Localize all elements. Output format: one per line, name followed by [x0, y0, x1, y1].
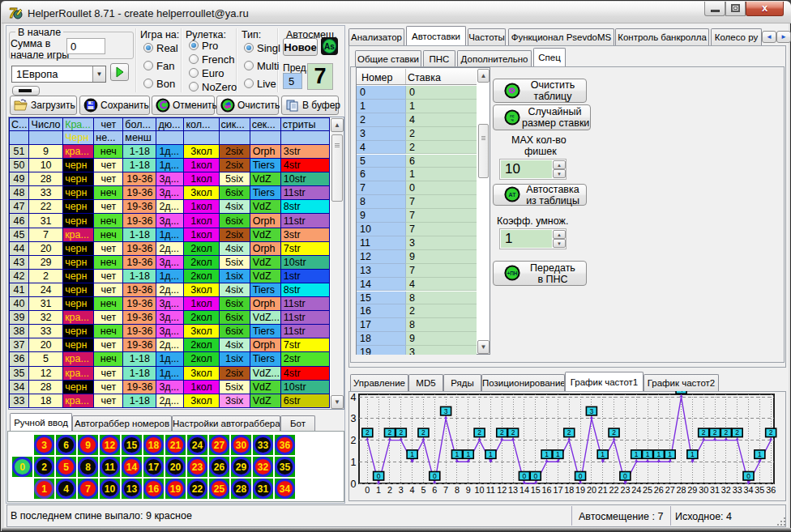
svg-text:9: 9 [466, 485, 471, 495]
svg-text:11: 11 [486, 485, 495, 495]
svg-text:18: 18 [564, 485, 574, 495]
svg-text:3: 3 [351, 413, 357, 424]
svg-text:3: 3 [399, 485, 404, 495]
svg-text:2: 2 [769, 428, 773, 436]
svg-text:0: 0 [433, 472, 437, 480]
svg-text:16: 16 [542, 485, 552, 495]
svg-text:0: 0 [533, 472, 537, 480]
svg-text:2: 2 [351, 435, 357, 446]
svg-text:20: 20 [587, 485, 596, 495]
svg-text:0: 0 [746, 472, 750, 480]
svg-text:30: 30 [699, 485, 708, 495]
svg-text:1: 1 [376, 485, 381, 495]
svg-text:1: 1 [556, 450, 560, 458]
svg-text:ч: ч [511, 117, 513, 122]
svg-text:24: 24 [631, 485, 641, 495]
svg-text:1: 1 [668, 450, 672, 458]
svg-text:1: 1 [657, 450, 661, 458]
svg-text:1: 1 [455, 450, 460, 458]
svg-text:23: 23 [620, 485, 630, 495]
svg-text:2: 2 [399, 428, 403, 436]
svg-text:32: 32 [721, 485, 731, 495]
svg-text:4: 4 [351, 392, 357, 403]
svg-text:0: 0 [623, 472, 627, 480]
svg-text:28: 28 [677, 485, 686, 495]
svg-text:1: 1 [758, 450, 762, 458]
svg-text:0: 0 [365, 485, 370, 495]
svg-text:4: 4 [410, 485, 415, 495]
svg-text:7: 7 [443, 485, 448, 495]
svg-text:0: 0 [523, 472, 527, 480]
svg-text:2: 2 [713, 428, 717, 436]
svg-text:34: 34 [744, 485, 754, 495]
svg-text:0: 0 [377, 472, 381, 480]
svg-text:3: 3 [590, 407, 594, 415]
svg-text:1: 1 [646, 450, 650, 458]
svg-text:2: 2 [366, 428, 370, 436]
svg-text:2: 2 [500, 428, 504, 436]
svg-text:29: 29 [687, 485, 697, 495]
svg-text:2: 2 [724, 428, 728, 436]
svg-text:2: 2 [735, 428, 739, 436]
svg-text:12: 12 [497, 485, 507, 495]
svg-text:5: 5 [421, 485, 425, 495]
svg-text:0: 0 [579, 472, 583, 480]
svg-text:19: 19 [575, 485, 585, 495]
svg-text:1: 1 [601, 450, 605, 458]
svg-text:8: 8 [455, 485, 460, 495]
svg-text:10: 10 [475, 485, 485, 495]
svg-text:1: 1 [489, 450, 493, 458]
svg-text:3: 3 [444, 407, 448, 415]
svg-text:2: 2 [567, 428, 571, 436]
svg-text:2: 2 [421, 428, 425, 436]
svg-text:26: 26 [654, 485, 664, 495]
svg-text:13: 13 [508, 485, 518, 495]
svg-text:0: 0 [351, 479, 357, 490]
svg-text:1: 1 [691, 450, 695, 458]
svg-text:1: 1 [545, 450, 549, 458]
svg-text:14: 14 [519, 485, 529, 495]
svg-text:2: 2 [511, 428, 515, 436]
svg-text:6: 6 [432, 485, 437, 495]
svg-text:1: 1 [351, 457, 357, 468]
svg-text:1: 1 [410, 450, 414, 458]
svg-text:1: 1 [635, 450, 639, 458]
svg-text:22: 22 [609, 485, 619, 495]
svg-text:27: 27 [665, 485, 675, 495]
svg-text:2: 2 [387, 485, 392, 495]
svg-text:33: 33 [733, 485, 742, 495]
svg-text:35: 35 [755, 485, 764, 495]
svg-text:21: 21 [598, 485, 608, 495]
svg-text:17: 17 [553, 485, 562, 495]
svg-text:2: 2 [702, 428, 706, 436]
svg-text:25: 25 [643, 485, 652, 495]
svg-text:1: 1 [466, 450, 470, 458]
svg-text:15: 15 [531, 485, 541, 495]
svg-text:+ПН: +ПН [507, 270, 517, 276]
svg-text:2: 2 [612, 428, 616, 436]
svg-text:АТ: АТ [509, 192, 517, 198]
svg-text:2: 2 [388, 428, 392, 436]
svg-text:2: 2 [477, 428, 481, 436]
svg-text:4: 4 [679, 391, 683, 394]
svg-text:31: 31 [710, 485, 720, 495]
svg-text:36: 36 [766, 485, 776, 495]
